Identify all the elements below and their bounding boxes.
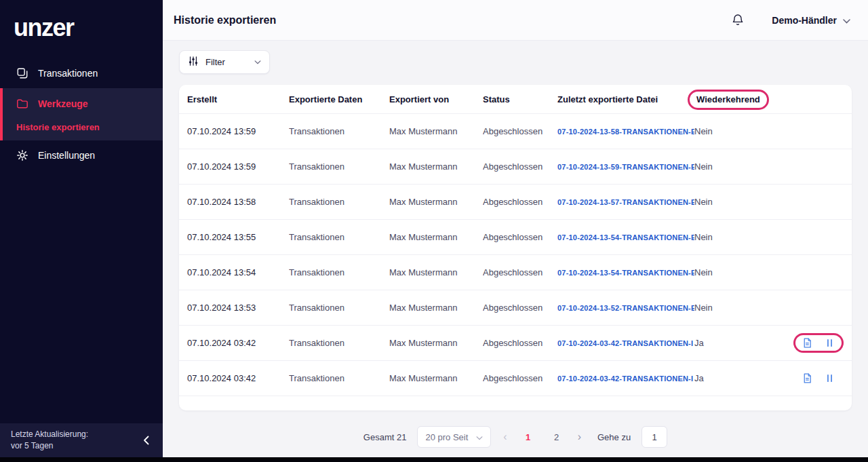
collapse-sidebar-icon[interactable] [140,433,152,448]
sidebar-footer: Letzte Aktualisierung: vor 5 Tagen [0,423,163,457]
main-area: Historie exportieren Demo-Händler Filter [163,0,868,462]
action-group [793,368,844,388]
export-file-link[interactable]: 07-10-2024-13-54-TRANSAKTIONEN-E [557,233,694,242]
recurring-cell: Nein [694,303,785,313]
created-cell: 07.10.2024 03:42 [187,338,289,348]
merchant-menu[interactable]: Demo-Händler [772,15,850,26]
total-count-label: Gesamt 21 [363,432,407,442]
bottom-edge-strip [0,457,868,462]
actions-cell [785,333,844,353]
goto-page-label: Gehe zu [597,432,631,442]
status-cell: Abgeschlossen [483,232,557,242]
sidebar-item-transaktionen[interactable]: Transaktionen [0,58,163,88]
file-cell: 07-10-2024-13-52-TRANSAKTIONEN-E [557,303,694,313]
recurring-cell: Nein [694,161,785,172]
export-file-link[interactable]: 07-10-2024-13-54-TRANSAKTIONEN-E [557,269,694,277]
page-number-2[interactable]: 2 [548,432,566,442]
table-row: 07.10.2024 13:59TransaktionenMax Musterm… [179,113,852,149]
file-cell: 07-10-2024-13-54-TRANSAKTIONEN-E [557,232,694,242]
pagination-bar: Gesamt 21 20 pro Seit ‹ 1 2 › Gehe zu [179,410,852,462]
exported-by-cell: Max Mustermann [389,197,483,207]
status-cell: Abgeschlossen [483,161,557,172]
table-body: 07.10.2024 13:59TransaktionenMax Musterm… [179,113,852,410]
file-icon[interactable] [802,337,813,349]
last-update-text: Letzte Aktualisierung: vor 5 Tagen [11,429,88,452]
page-number-1[interactable]: 1 [519,432,537,442]
column-header-exportiert-von: Exportiert von [389,94,483,104]
sidebar-group-werkzeuge: Werkzeuge Historie exportieren [0,88,163,140]
exported-data-cell: Transaktionen [289,338,389,348]
exported-data-cell: Transaktionen [289,197,389,207]
table-row: 07.10.2024 13:53TransaktionenMax Musterm… [179,290,852,325]
table-row: 07.10.2024 03:42TransaktionenMax Musterm… [179,325,852,360]
export-file-link[interactable]: 07-10-2024-03-42-TRANSAKTIONEN-I [557,339,693,347]
page-title: Historie exportieren [174,14,276,26]
sidebar-item-werkzeuge[interactable]: Werkzeuge [3,90,163,118]
gear-icon [16,149,28,161]
column-header-zuletzt-exportierte-datei: Zuletzt exportierte Datei [557,94,694,104]
top-bar: Historie exportieren Demo-Händler [163,0,868,41]
export-file-link[interactable]: 07-10-2024-13-52-TRANSAKTIONEN-E [557,304,694,312]
filter-button[interactable]: Filter [179,50,270,74]
next-page-button[interactable]: › [576,431,583,442]
created-cell: 07.10.2024 13:55 [187,232,289,242]
export-file-link[interactable]: 07-10-2024-13-59-TRANSAKTIONEN-E [557,163,694,171]
exported-by-cell: Max Mustermann [389,232,483,242]
exported-data-cell: Transaktionen [289,267,389,277]
recurring-cell: Nein [694,267,785,277]
column-header-status: Status [483,94,557,104]
table-row: 04.10.2024 17:51TransaktionenMax Musterm… [179,396,852,410]
export-file-link[interactable]: 07-10-2024-03-42-TRANSAKTIONEN-I [557,374,693,383]
file-cell: 07-10-2024-03-42-TRANSAKTIONEN-I [557,373,694,383]
transactions-icon [16,67,28,79]
exported-data-cell: Transaktionen [289,232,389,242]
folder-icon [16,98,28,110]
file-cell: 07-10-2024-13-57-TRANSAKTIONEN-E. [557,197,694,207]
filter-label: Filter [205,57,225,67]
recurring-cell: Nein [694,232,785,242]
status-cell: Abgeschlossen [483,197,557,207]
table-row: 07.10.2024 13:59TransaktionenMax Musterm… [179,149,852,184]
page-size-select[interactable]: 20 pro Seit [417,426,491,448]
sidebar-item-label: Einstellungen [38,150,95,161]
merchant-name: Demo-Händler [772,15,837,26]
file-cell: 07-10-2024-13-59-TRANSAKTIONEN-E [557,161,694,172]
export-file-link[interactable]: 07-10-2024-13-58-TRANSAKTIONEN-E [557,128,694,136]
chevron-down-icon [843,15,850,26]
sidebar-item-historie-exportieren[interactable]: Historie exportieren [3,122,163,132]
column-header-wiederkehrend: Wiederkehrend [694,94,785,104]
chevron-down-icon [254,60,261,64]
sidebar-nav: Transaktionen Werkzeuge Historie exporti… [0,58,163,423]
file-icon[interactable] [802,372,813,384]
pause-icon[interactable] [824,372,835,384]
created-cell: 07.10.2024 13:59 [187,126,289,136]
export-file-link[interactable]: 07-10-2024-13-57-TRANSAKTIONEN-E. [557,198,694,206]
unzer-logo: unzer [0,0,163,58]
file-cell: 07-10-2024-03-42-TRANSAKTIONEN-I [557,338,694,348]
table-row: 07.10.2024 13:58TransaktionenMax Musterm… [179,184,852,219]
recurring-cell: Ja [694,373,785,383]
created-cell: 07.10.2024 13:59 [187,161,289,172]
exported-by-cell: Max Mustermann [389,338,483,348]
exported-by-cell: Max Mustermann [389,303,483,313]
recurring-cell: Nein [694,126,785,136]
exported-by-cell: Max Mustermann [389,373,483,383]
exported-data-cell: Transaktionen [289,373,389,383]
exported-data-cell: Transaktionen [289,161,389,172]
prev-page-button[interactable]: ‹ [502,431,508,442]
sidebar-item-einstellungen[interactable]: Einstellungen [0,140,163,170]
exported-by-cell: Max Mustermann [389,161,483,172]
export-history-table: Erstellt Exportierte Daten Exportiert vo… [179,85,852,410]
recurring-cell: Ja [694,338,785,348]
status-cell: Abgeschlossen [483,373,557,383]
content-area: Filter Erstellt Exportierte Daten Export… [163,41,868,462]
sidebar: unzer Transaktionen Werkzeuge Historie e… [0,0,163,462]
notifications-bell-icon[interactable] [731,13,745,27]
status-cell: Abgeschlossen [483,267,557,277]
goto-page-input[interactable] [642,426,667,448]
annotation-highlight-ring: Wiederkehrend [688,90,769,110]
pause-icon[interactable] [824,337,835,349]
exported-data-cell: Transaktionen [289,303,389,313]
exported-by-cell: Max Mustermann [389,126,483,136]
sidebar-item-label: Werkzeuge [38,98,88,109]
